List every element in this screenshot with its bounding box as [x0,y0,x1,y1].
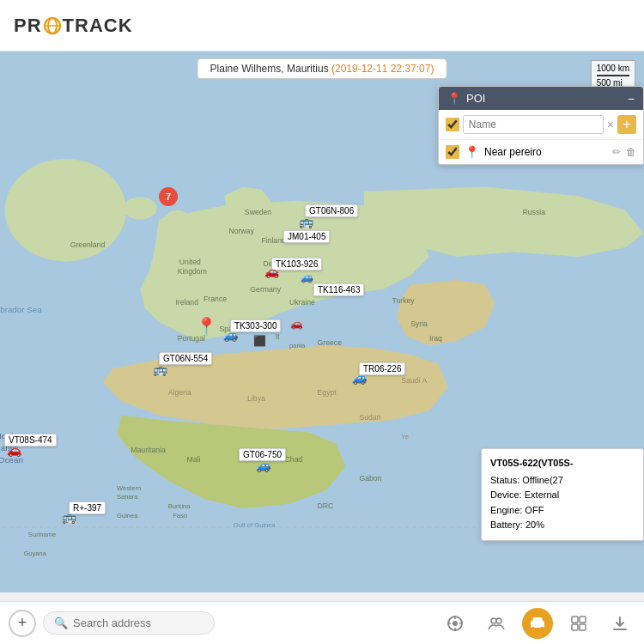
grid-bottom-icon[interactable] [563,608,594,639]
svg-point-59 [491,618,496,623]
svg-rect-68 [580,624,586,630]
svg-text:Ye: Ye [401,433,409,440]
svg-point-7 [157,234,176,260]
logo-text-right: TRACK [63,15,133,36]
poi-item-name: Near pereiro [484,146,607,158]
svg-marker-62 [532,617,543,621]
poi-edit-button[interactable]: ✏ [612,146,621,158]
svg-rect-67 [572,624,578,630]
location-bar: Plaine Wilhems, Mauritius (2019-12-11 22… [197,58,447,79]
svg-point-5 [124,197,157,219]
svg-text:Libya: Libya [247,394,265,403]
map-pin: 📍 [196,316,217,337]
location-bottom-icon[interactable] [440,608,471,639]
svg-text:DRC: DRC [318,501,334,510]
svg-text:Germany: Germany [250,285,281,294]
popup-engine: Engine: OFF [490,503,635,519]
logo-text-left: PR [14,15,42,36]
poi-delete-button[interactable]: 🗑 [626,146,636,158]
svg-text:Chad: Chad [285,455,303,464]
search-input[interactable] [73,617,204,629]
svg-text:Guinea: Guinea [117,512,138,519]
poi-add-button[interactable]: + [617,115,636,134]
svg-text:Kingdom: Kingdom [178,267,207,276]
vehicle-icon: 🚙 [223,328,238,342]
svg-point-60 [496,618,501,623]
svg-text:Algeria: Algeria [168,388,191,397]
vehicle-marker: 🚗 [290,318,303,330]
svg-text:Gulf of Guinea: Gulf of Guinea [234,521,276,529]
svg-point-54 [453,621,458,626]
svg-text:Guyana: Guyana [23,550,46,557]
vehicle-icon: 🚙 [352,371,367,385]
poi-location-dot: 📍 [447,92,461,105]
add-button[interactable]: + [9,610,36,637]
poi-panel: 📍 POI − × + 📍 Near pereiro ✏ 🗑 [438,86,644,165]
svg-text:Russia: Russia [523,208,546,216]
svg-text:Egypt: Egypt [318,388,337,397]
vehicle-icon: 🚗 [264,264,279,278]
svg-text:Faso: Faso [173,512,187,519]
svg-text:Iraq: Iraq [429,334,442,343]
svg-text:United: United [179,258,201,266]
svg-text:Greenland: Greenland [70,240,106,249]
poi-item-row: 📍 Near pereiro ✏ 🗑 [439,140,643,164]
bottom-icons [440,608,635,639]
svg-text:Syria: Syria [410,319,428,328]
vehicle-marker: 🚙 [301,271,313,283]
vehicle-label[interactable]: TK116-463 [313,283,364,296]
bottom-bar: + 🔍 [0,601,644,644]
poi-item-checkbox[interactable] [446,145,459,159]
poi-search-input[interactable] [463,115,604,134]
svg-text:Labrador Sea: Labrador Sea [0,305,42,314]
svg-text:Sudan: Sudan [359,413,380,422]
poi-title: 📍 POI [447,92,485,105]
svg-text:Mali: Mali [187,455,201,464]
poi-search-clear-button[interactable]: × [607,118,614,131]
svg-text:Saudi A: Saudi A [401,376,427,385]
svg-text:Sahara: Sahara [117,493,138,501]
svg-rect-65 [572,617,578,623]
svg-text:Gabon: Gabon [359,474,381,483]
map-container[interactable]: Labrador Sea North Atlantic Ocean Greenl… [0,52,644,592]
svg-text:Ukraine: Ukraine [289,298,315,307]
svg-point-64 [540,627,544,630]
svg-text:Greece: Greece [318,338,343,347]
download-bottom-icon[interactable] [605,608,635,639]
svg-text:Finland: Finland [261,236,286,245]
svg-text:France: France [204,295,227,303]
vehicle-icon: 🚙 [256,459,270,472]
location-date: (2019-12-11 22:37:07) [331,63,434,75]
car-bottom-icon[interactable] [522,608,553,639]
poi-all-checkbox[interactable] [446,118,459,131]
search-icon: 🔍 [54,617,68,629]
popup-battery: Battery: 20% [490,518,635,533]
svg-text:Mauritania: Mauritania [131,446,166,454]
scale-km: 1000 km [597,64,629,76]
logo: PR TRACK [14,15,133,37]
vehicle-icon: 🚌 [62,510,76,524]
popup-vehicle-name: VT05S-622(VT05S- [490,456,635,471]
svg-text:It: It [276,332,280,341]
vehicle-icon: 🚌 [153,362,167,376]
svg-text:pania: pania [289,342,306,349]
poi-title-text: POI [466,92,485,105]
info-popup: VT05S-622(VT05S- Status: Offline(27 Devi… [481,448,644,541]
search-box[interactable]: 🔍 [43,611,215,635]
vehicle-label[interactable]: JM01-405 [283,230,330,243]
svg-point-63 [532,627,535,630]
poi-minimize-button[interactable]: − [628,93,635,105]
svg-text:Sweden: Sweden [245,208,272,216]
svg-text:Norway: Norway [228,227,254,235]
cluster-badge[interactable]: 7 [159,187,178,206]
svg-text:Suriname: Suriname [28,531,57,538]
logo-icon [43,16,62,35]
vehicle-icon: 🚌 [299,215,313,228]
people-bottom-icon[interactable] [481,608,512,639]
svg-point-4 [5,159,126,261]
svg-rect-66 [580,617,586,623]
header: PR TRACK [0,0,644,52]
popup-status: Status: Offline(27 [490,473,635,489]
popup-device: Device: External [490,488,635,503]
svg-text:Ireland: Ireland [175,298,198,307]
